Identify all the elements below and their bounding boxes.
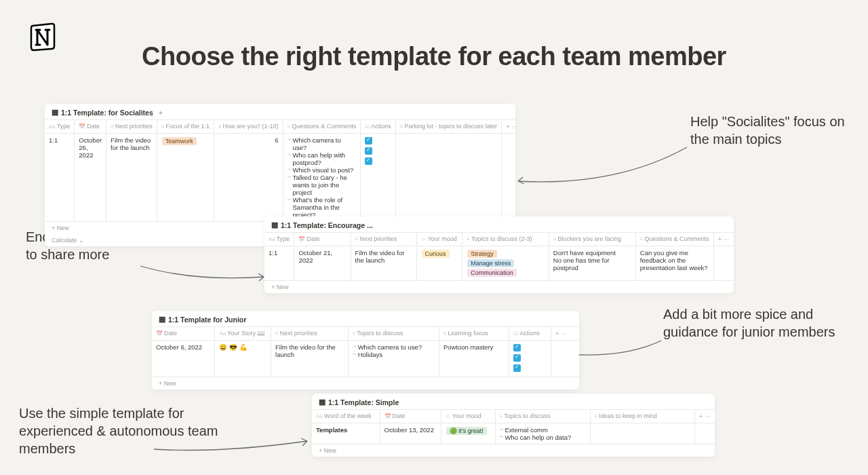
card-title-simple[interactable]: ▦ 1:1 Template: Simple (312, 394, 715, 409)
checkbox-icon[interactable] (365, 157, 372, 165)
tag-teamwork: Teamwork (162, 137, 197, 145)
col-date[interactable]: 📅Date (152, 327, 215, 341)
col-questions[interactable]: ≡Questions & Comments (283, 120, 361, 134)
table-row[interactable]: October 6, 2022 😄 😎 💪 Film the video for… (152, 341, 579, 377)
col-priorities[interactable]: ≡Next priorities (271, 327, 349, 341)
col-date[interactable]: 📅Date (75, 120, 106, 134)
cell-date[interactable]: October 21, 2022 (294, 246, 351, 281)
cell-blockers[interactable]: Don't have equipment No one has time for… (549, 246, 635, 281)
tag-stress: Manage stress (467, 259, 514, 267)
tag-great: 🟢 It's great! (446, 427, 487, 435)
col-story[interactable]: AaYour Story 📖 (215, 327, 271, 341)
col-parking[interactable]: ≡Parking lot - topics to discuss later (395, 120, 501, 134)
col-word[interactable]: AaWord of the week (312, 410, 380, 423)
card-simple: ▦ 1:1 Template: Simple AaWord of the wee… (312, 394, 715, 457)
cell-mood[interactable]: 🟢 It's great! (441, 423, 495, 444)
col-actions[interactable]: ☑Actions (361, 120, 396, 134)
simple-table: AaWord of the week 📅Date ☺Your mood ≡Top… (312, 409, 715, 444)
cell-feedback[interactable]: Can you give me feedback on the presenta… (635, 246, 713, 281)
card-title-text: 1:1 Template: for Socialites (61, 109, 153, 117)
cell-actions[interactable] (509, 341, 551, 377)
cell-date[interactable]: October 13, 2022 (380, 423, 441, 444)
card-title-text: 1:1 Template: Simple (328, 398, 399, 406)
cell-focus[interactable]: Teamwork (157, 134, 214, 222)
col-add[interactable]: + ··· (501, 120, 515, 134)
tag-curious: Curious (422, 250, 450, 258)
col-score[interactable]: #How are you? (1-10) (214, 120, 283, 134)
table-row[interactable]: 1:1 October 21, 2022 Film the video for … (264, 246, 734, 281)
cell-topics[interactable]: External comm Who can help on data? (495, 423, 590, 444)
card-title-socialites[interactable]: ▦ 1:1 Template: for Socialites + (45, 104, 515, 119)
col-type[interactable]: AaType (45, 120, 75, 134)
cell-questions[interactable]: Which camera to use? Who can help with p… (283, 134, 361, 222)
annotation-junior: Add a bit more spice and guidance for ju… (663, 305, 867, 341)
card-title-junior[interactable]: ▦ 1:1 Template for Junior (152, 311, 579, 326)
table-row[interactable]: Templates October 13, 2022 🟢 It's great!… (312, 423, 715, 444)
col-date[interactable]: 📅Date (294, 233, 351, 246)
arrow-reserved (139, 265, 268, 285)
card-title-text: 1:1 Template for Junior (168, 316, 246, 324)
card-encourage: ▦ 1:1 Template: Encourage ... AaType 📅Da… (264, 216, 734, 293)
table-icon: ▦ (52, 108, 58, 117)
tag-communication: Communication (467, 269, 517, 277)
checkbox-icon[interactable] (365, 147, 372, 155)
col-type[interactable]: AaType (264, 233, 294, 246)
arrow-socialites (514, 146, 690, 200)
col-topics[interactable]: ≡Topics to discuss (495, 410, 590, 423)
cell-type[interactable]: 1:1 (264, 246, 294, 281)
socialites-table: AaType 📅Date ≡Next priorities ≡Focus of … (45, 119, 515, 222)
col-topics[interactable]: ≡Topics to discuss (2-3) (462, 233, 549, 246)
col-priorities[interactable]: ≡Next priorities (351, 233, 416, 246)
cell-score[interactable]: 6 (214, 134, 283, 222)
card-title-encourage[interactable]: ▦ 1:1 Template: Encourage ... (264, 216, 734, 232)
checkbox-icon[interactable] (513, 354, 521, 362)
cell-priorities[interactable]: Film the video for the launch (106, 134, 157, 222)
col-feedback[interactable]: ≡Questions & Comments (635, 233, 713, 246)
tag-strategy: Strategy (467, 250, 497, 258)
new-row-button[interactable]: + New (264, 281, 734, 293)
cell-topics[interactable]: Strategy Manage stress Communication (462, 246, 549, 281)
page-title: Choose the right template for each team … (0, 0, 868, 71)
encourage-table: AaType 📅Date ≡Next priorities ☺Your mood… (264, 232, 734, 281)
cell-ideas[interactable] (590, 423, 694, 444)
col-add[interactable]: + ··· (694, 410, 715, 423)
col-add[interactable]: + ··· (713, 233, 734, 246)
cell-date[interactable]: October 26, 2022 (75, 134, 106, 222)
col-mood[interactable]: ☺Your mood (441, 410, 495, 423)
table-icon: ▦ (271, 221, 278, 229)
table-row[interactable]: 1:1 October 26, 2022 Film the video for … (45, 134, 515, 222)
arrow-simple (153, 434, 312, 455)
checkbox-icon[interactable] (513, 364, 521, 372)
col-learning[interactable]: ≡Learning focus (439, 327, 509, 341)
col-add[interactable]: + ··· (551, 327, 579, 341)
cell-story[interactable]: 😄 😎 💪 (215, 341, 271, 377)
new-row-button[interactable]: + New (312, 444, 715, 457)
table-icon: ▦ (319, 398, 326, 406)
table-icon: ▦ (159, 315, 165, 324)
col-date[interactable]: 📅Date (380, 410, 441, 423)
cell-priorities[interactable]: Film the video for the launch (351, 246, 416, 281)
col-topics[interactable]: ≡Topics to discuss (348, 327, 439, 341)
cell-date[interactable]: October 6, 2022 (152, 341, 215, 377)
notion-logo (27, 20, 60, 53)
card-junior: ▦ 1:1 Template for Junior 📅Date AaYour S… (152, 311, 579, 390)
checkbox-icon[interactable] (365, 137, 372, 145)
checkbox-icon[interactable] (513, 344, 521, 352)
cell-mood[interactable]: Curious (416, 246, 462, 281)
cell-word[interactable]: Templates (312, 423, 380, 444)
new-row-button[interactable]: + New (152, 377, 579, 390)
col-actions[interactable]: ☑Actions (509, 327, 551, 341)
col-focus[interactable]: ≡Focus of the 1:1 (157, 120, 214, 134)
cell-learning[interactable]: Powtoon mastery (439, 341, 509, 377)
cell-parking[interactable] (395, 134, 501, 222)
cell-topics[interactable]: Which camera to use? Holidays (348, 341, 439, 377)
col-mood[interactable]: ☺Your mood (416, 233, 462, 246)
card-title-text: 1:1 Template: Encourage ... (281, 221, 373, 229)
col-ideas[interactable]: ≡Ideas to keep in mind (590, 410, 694, 423)
col-priorities[interactable]: ≡Next priorities (106, 120, 157, 134)
cell-actions[interactable] (361, 134, 396, 222)
cell-type[interactable]: 1:1 (45, 134, 75, 222)
cell-priorities[interactable]: Film the video for the launch (271, 341, 349, 377)
add-view-icon[interactable]: + (159, 109, 163, 117)
col-blockers[interactable]: ≡Blockers you are facing (549, 233, 635, 246)
